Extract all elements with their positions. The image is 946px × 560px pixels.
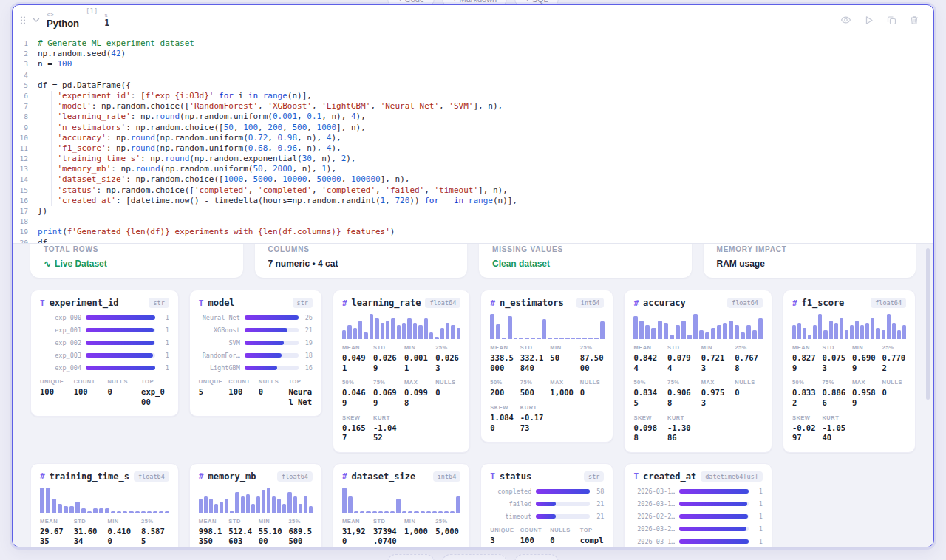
code-token: : np. [140,154,165,163]
category-count: 1 [753,500,763,508]
stat-item: MIN0.4100 [107,518,135,547]
add-cell-button[interactable]: + Code [387,554,435,560]
indent-guide [51,112,52,122]
code-token: ), [356,112,366,121]
column-name: dataset_size [352,471,416,482]
stat-label: MAX [852,379,877,386]
stat-item: NULLS0 [550,527,574,547]
delete-icon[interactable] [910,16,919,25]
stat-label: STD [228,518,253,525]
code-token: 50 [253,164,262,174]
column-name: n_estimators [500,298,564,308]
code-text: }) [38,206,47,216]
visibility-icon[interactable] [840,16,851,24]
code-token: 'XGBoost' [268,101,312,111]
code-token: : np.random.choice([ [96,185,194,195]
stat-item: 25%689.5500 [288,518,313,547]
hist-bar [525,338,529,339]
category-bar-row: 2026-03-2…1 [633,525,763,533]
hist-bar [360,511,364,513]
category-bar-track [245,341,299,345]
column-card-dataset_size: #dataset_sizeint64MEAN31,920STD37394.074… [333,463,470,547]
hist-bar [153,511,157,513]
code-token: ) [121,49,126,58]
hist-bar [834,323,838,339]
hist-bar [220,502,223,513]
stat-label: 75% [520,379,545,386]
hist-bar [576,338,581,339]
hist-bar [225,499,228,513]
category-bar-fill [86,328,154,332]
hist-bar [902,325,906,339]
column-card-header: #memory_mbfloat64 [199,471,313,482]
stat-label: STD [667,344,695,351]
code-token: ], n), [381,174,410,184]
column-card-created_at: Tcreated_atdatetime64[us]2026-03-1…12026… [624,463,772,547]
code-token: i [234,91,248,100]
code-token: 'learning_rate' [58,112,131,121]
collapse-chevron-icon[interactable] [33,18,40,23]
stat-label: 25% [288,518,313,525]
stat-value: 512.4603 [228,527,253,547]
code-text: 'learning_rate': np.round(np.random.unif… [38,112,366,122]
stat-value: 0.6909 [852,353,877,373]
category-label: 2026-02-2… [633,513,675,520]
hist-bar [508,316,512,339]
stat-item: COUNT100 [520,527,545,547]
stat-value: 0 [259,387,283,397]
notebook-cell: <> Python [1] ⇅ 1 1# Generate ML experim… [12,4,934,547]
hist-bar [69,506,74,513]
code-text: 'created_at': [datetime.now() - timedelt… [38,196,517,206]
numeric-type-icon: # [40,471,45,481]
code-token: 0.98 [278,133,298,143]
drag-handle-icon[interactable] [20,16,26,25]
column-card-memory_mb: #memory_mbfloat64MEAN998.1350STD512.4603… [189,463,322,547]
code-line: 12 'training_time_s': np.round(np.random… [13,154,933,164]
code-token: ], n), [478,185,508,195]
duplicate-icon[interactable] [887,16,896,25]
histogram [490,314,604,339]
output-scrollbar[interactable] [926,248,930,400]
column-stats: MEAN0.8424STD0.0794MIN0.721325%0.767850%… [633,344,763,443]
stat-item: 50%0.8332 [792,379,817,408]
add-cell-button[interactable]: + Markdown [442,554,507,560]
column-card-header: Tstatusstr [490,471,604,482]
stat-item: UNIQUE3 [490,527,514,547]
code-editor[interactable]: 1# Generate ML experiment dataset2np.ran… [13,35,933,243]
stat-label: 25% [882,344,906,351]
code-token: round [165,154,189,163]
column-card-header: Tmodelstr [199,298,313,308]
line-number: 17 [13,206,38,216]
numeric-type-icon: # [633,298,639,308]
indent-guide [51,143,52,154]
code-token: ( [62,227,67,236]
run-icon[interactable] [865,16,874,25]
code-token: round [155,112,180,121]
summary-card: MEMORY IMPACTRAM usage [704,243,916,278]
hist-bar [855,321,859,339]
stat-value: 0.0011 [404,353,429,373]
code-line: 13 'memory_mb': np.round(np.random.unifo… [13,164,933,174]
category-count: 16 [303,364,313,372]
add-cell-button[interactable]: + SQL [514,554,559,560]
indent-guide [51,185,52,196]
stat-label: STD [822,344,846,351]
column-card-header: #learning_ratefloat64 [342,298,460,308]
line-number: 18 [13,216,38,227]
stat-item: 75%0.9068 [667,379,695,408]
add-cell-toolbar-bottom: + Code+ Markdown+ SQL [0,554,946,560]
hist-bar [282,504,286,513]
language-selector[interactable]: <> Python [47,12,79,29]
stat-value: 0.0988 [633,423,661,443]
code-token: ], n), [473,101,503,111]
code-text: df [38,238,47,243]
category-count: 1 [753,538,763,545]
column-card-training_time_s: #training_time_sfloat64MEAN29.6735STD31.… [30,463,179,547]
stat-label: COUNT [520,527,545,533]
stat-item: 75%0.8866 [822,379,846,408]
code-token: n = [38,59,58,69]
hist-bar [342,330,346,339]
column-profile-grid: Texperiment_idstrexp_0001exp_0011exp_002… [30,290,916,547]
line-number: 16 [13,196,38,206]
category-count: 26 [303,314,313,321]
